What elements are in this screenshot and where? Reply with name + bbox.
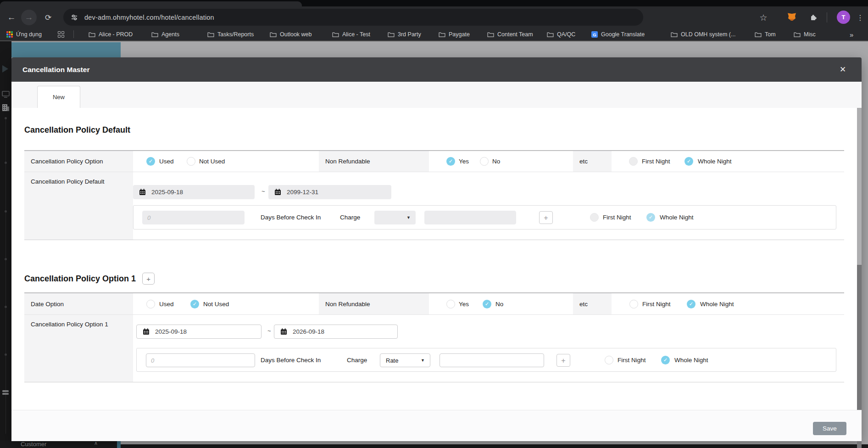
- reload-icon[interactable]: ⟳: [40, 10, 56, 25]
- bookmark-apps[interactable]: Ứng dụng: [6, 31, 42, 38]
- back-icon[interactable]: ←: [4, 10, 19, 25]
- sidebar-arrow-icon: [2, 65, 8, 73]
- reading-list-grid-icon[interactable]: [58, 31, 64, 38]
- radio-yes[interactable]: [446, 300, 455, 308]
- date-to-input[interactable]: 2026-09-18: [274, 325, 398, 339]
- radio-first-night[interactable]: [605, 356, 613, 364]
- page-bottom-sliver: Customer ∧: [0, 440, 868, 448]
- days-before-label: Days Before Check In: [261, 206, 321, 230]
- modal-body: Cancellation Policy Default Cancellation…: [11, 108, 862, 410]
- bookmark-folder[interactable]: Tasks/Reports: [207, 31, 254, 38]
- charge-type-select[interactable]: Rate ▼: [380, 353, 430, 367]
- browser-toolbar: ← → ⟳ dev-adm.ohmyhotel.com/hotel/cancel…: [0, 6, 868, 28]
- bookmark-folder[interactable]: Alice - Test: [332, 31, 370, 38]
- tool-icon: [2, 389, 9, 398]
- days-before-label: Days Before Check In: [261, 348, 321, 372]
- save-button[interactable]: Save: [813, 422, 846, 435]
- charge-amount-input: [424, 211, 516, 224]
- bookmark-folder[interactable]: QA/QC: [547, 31, 575, 38]
- url-text[interactable]: dev-adm.ohmyhotel.com/hotel/cancellation: [84, 14, 214, 21]
- bookmark-folder[interactable]: Outlook web: [270, 31, 312, 38]
- site-settings-icon[interactable]: [71, 14, 78, 21]
- etc-cell: etc: [573, 151, 612, 172]
- charge-rule-box: Days Before Check In Charge Rate ▼ + Fir…: [136, 348, 836, 372]
- address-bar[interactable]: dev-adm.ohmyhotel.com/hotel/cancellation: [63, 9, 643, 26]
- bookmark-folder[interactable]: Paygate: [439, 31, 470, 38]
- charge-amount-input[interactable]: [440, 353, 544, 367]
- radio-first-night[interactable]: [629, 300, 638, 308]
- bookmark-folder[interactable]: Alice - PROD: [89, 31, 133, 38]
- browser-chrome: ← → ⟳ dev-adm.ohmyhotel.com/hotel/cancel…: [0, 0, 868, 41]
- add-policy-option-button[interactable]: +: [142, 273, 155, 285]
- bookmark-star-icon[interactable]: ☆: [757, 11, 770, 24]
- radio-whole-night[interactable]: ✓: [687, 300, 696, 308]
- sidebar-bottom-item: Customer ∧: [0, 440, 117, 448]
- chevron-down-icon: ▼: [421, 358, 425, 363]
- radio-first-night: [629, 157, 638, 166]
- radio-not-used[interactable]: ✓: [190, 300, 199, 308]
- date-separator: ~: [262, 188, 265, 195]
- etc-cell: etc: [573, 293, 612, 314]
- bookmark-folder[interactable]: Agents: [151, 31, 179, 38]
- row-label-cell: Cancellation Policy Option: [24, 151, 133, 172]
- page-bottom-dark: [121, 444, 868, 448]
- modal-title: Cancellation Master: [22, 57, 89, 82]
- toolbar-divider: [827, 12, 827, 22]
- extensions-puzzle-icon[interactable]: [807, 11, 820, 24]
- bookmarks-bar: Ứng dụng Alice - PROD Agents Tasks/Repor…: [0, 28, 868, 41]
- bookmark-folder[interactable]: Misc: [794, 31, 816, 38]
- non-refundable-cell: Non Refundable: [319, 151, 429, 172]
- charge-label: Charge: [340, 206, 360, 230]
- radio-not-used[interactable]: [187, 157, 195, 166]
- close-icon[interactable]: ✕: [835, 57, 851, 82]
- active-browser-tab[interactable]: [0, 1, 302, 6]
- bookmark-folder[interactable]: OLD OMH system (...: [671, 31, 735, 38]
- forward-icon[interactable]: →: [21, 10, 37, 25]
- add-rule-button[interactable]: +: [539, 211, 553, 224]
- modal-header: Cancellation Master ✕: [11, 57, 862, 82]
- radio-no[interactable]: ✓: [483, 300, 491, 308]
- charge-rule-box: Days Before Check In Charge ▼ + First Ni…: [133, 205, 836, 230]
- radio-whole-night[interactable]: ✓: [684, 157, 693, 166]
- row-label-cell: Cancellation Policy Default: [24, 172, 133, 240]
- radio-no[interactable]: [480, 157, 489, 166]
- bookmark-folder[interactable]: 3rd Party: [388, 31, 421, 38]
- building-icon: [1, 104, 10, 113]
- calendar-icon: [139, 189, 146, 196]
- modal-scrollbar-track[interactable]: [857, 108, 862, 410]
- radio-first-night: [590, 213, 599, 222]
- metamask-fox-icon[interactable]: [785, 11, 798, 24]
- table-row-detail: Cancellation Policy Default 2025-09-18 ~…: [24, 172, 844, 240]
- date-to-input: 2099-12-31: [268, 185, 391, 199]
- days-before-input[interactable]: [146, 353, 255, 367]
- row-label-cell: Date Option: [24, 293, 133, 314]
- default-policy-table: Cancellation Policy Option ✓ Used Not Us…: [24, 150, 844, 240]
- radio-used[interactable]: ✓: [146, 157, 155, 166]
- radio-yes[interactable]: ✓: [446, 157, 455, 166]
- browser-menu-icon[interactable]: ⋮: [854, 11, 867, 24]
- bookmark-folder[interactable]: Tom: [755, 31, 776, 38]
- tab-new[interactable]: New: [37, 86, 80, 108]
- table-row-detail: Cancellation Policy Option 1 2025-09-18 …: [24, 315, 844, 382]
- sidebar-accent: [117, 440, 121, 448]
- non-refundable-cell: Non Refundable: [319, 293, 429, 314]
- bookmark-folder[interactable]: Content Team: [487, 31, 533, 38]
- table-row-option: Date Option Used ✓ Not Used Non Refundab…: [24, 293, 844, 315]
- radio-whole-night[interactable]: ✓: [661, 356, 670, 364]
- add-rule-button[interactable]: +: [556, 354, 570, 367]
- date-from-input[interactable]: 2025-09-18: [136, 325, 262, 339]
- section-heading-default: Cancellation Policy Default: [24, 125, 130, 135]
- bookmarks-overflow-icon[interactable]: »: [850, 31, 853, 39]
- chevron-down-icon: ▼: [406, 215, 411, 220]
- sidebar-tree-line: [6, 117, 6, 434]
- section-heading-option1: Cancellation Policy Option 1 +: [24, 273, 155, 285]
- profile-avatar[interactable]: T: [837, 11, 850, 24]
- date-from-input: 2025-09-18: [133, 185, 255, 199]
- calendar-icon: [143, 328, 150, 335]
- table-row-option: Cancellation Policy Option ✓ Used Not Us…: [24, 151, 844, 172]
- radio-used[interactable]: [146, 300, 155, 308]
- browser-tab-strip: [0, 0, 868, 6]
- bookmark-google-translate[interactable]: G Google Translate: [591, 31, 645, 38]
- option1-policy-table: Date Option Used ✓ Not Used Non Refundab…: [24, 292, 844, 382]
- app-sidebar-strip: [0, 41, 11, 448]
